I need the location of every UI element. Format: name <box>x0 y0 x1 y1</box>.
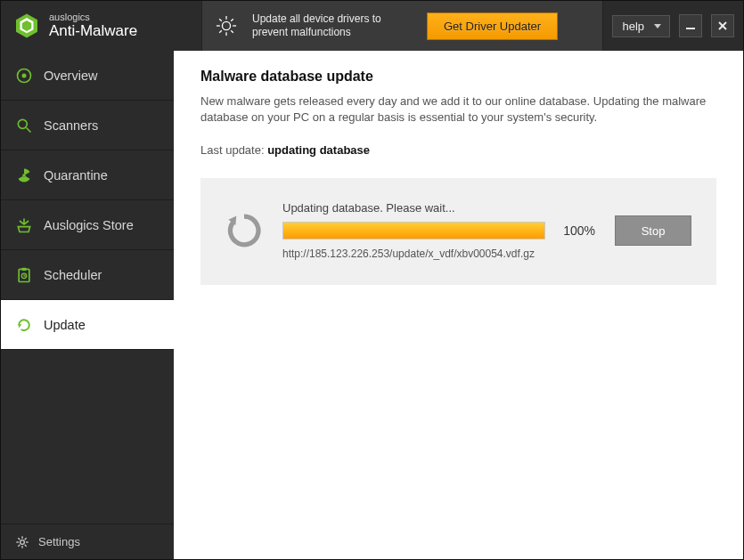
app-logo-icon <box>13 12 40 39</box>
promo-banner: Update all device drivers to prevent mal… <box>201 1 603 51</box>
spinner-icon <box>225 212 263 249</box>
radiation-icon <box>15 166 33 184</box>
gear-icon <box>15 535 29 549</box>
sidebar-item-store[interactable]: Auslogics Store <box>1 200 174 250</box>
svg-line-8 <box>219 19 222 21</box>
minimize-icon <box>685 20 696 31</box>
stop-button[interactable]: Stop <box>615 215 691 246</box>
main-panel: Malware database update New malware gets… <box>174 51 743 559</box>
last-update-value: updating database <box>267 143 370 157</box>
titlebar: auslogics Anti-Malware Update all device <box>1 1 743 51</box>
progress-status: Updating database. Please wait... <box>282 201 595 215</box>
sidebar-item-update[interactable]: Update <box>1 300 174 350</box>
clipboard-icon <box>15 266 33 284</box>
progress-percent: 100% <box>558 223 595 238</box>
sidebar-item-label: Update <box>44 318 86 332</box>
lightbulb-icon <box>215 14 238 37</box>
sidebar-item-scanners[interactable]: Scanners <box>1 101 174 150</box>
help-dropdown-label: help <box>622 20 644 33</box>
close-icon <box>717 20 728 31</box>
last-update-prefix: Last update: <box>200 143 267 157</box>
progress-url: http://185.123.226.253/update/x_vdf/xbv0… <box>282 248 595 260</box>
overview-icon <box>15 67 33 85</box>
settings-label: Settings <box>38 535 80 548</box>
svg-rect-12 <box>686 28 695 29</box>
svg-point-16 <box>22 73 27 77</box>
svg-line-11 <box>219 30 222 33</box>
sidebar-item-quarantine[interactable]: Quarantine <box>1 150 174 200</box>
progress-fill <box>283 223 544 239</box>
page-title: Malware database update <box>200 69 716 85</box>
minimize-button[interactable] <box>679 14 702 37</box>
svg-line-29 <box>18 538 20 540</box>
svg-line-10 <box>231 19 233 21</box>
magnifier-icon <box>15 117 33 134</box>
page-description: New malware gets released every day and … <box>200 93 716 126</box>
refresh-icon <box>15 316 33 334</box>
promo-text: Update all device drivers to prevent mal… <box>252 12 413 39</box>
svg-line-30 <box>25 544 27 546</box>
sidebar-item-label: Quarantine <box>44 168 108 183</box>
store-icon <box>15 216 33 234</box>
sidebar-item-label: Overview <box>44 69 97 83</box>
last-update-line: Last update: updating database <box>200 143 716 157</box>
sidebar-item-label: Auslogics Store <box>44 218 134 232</box>
svg-line-9 <box>231 30 233 33</box>
progress-bar <box>282 222 545 239</box>
settings-button[interactable]: Settings <box>1 523 174 559</box>
svg-rect-21 <box>22 267 27 270</box>
sidebar-item-label: Scheduler <box>44 268 102 282</box>
svg-point-17 <box>18 119 27 128</box>
progress-panel: Updating database. Please wait... 100% h… <box>200 178 716 285</box>
close-button[interactable] <box>711 14 734 37</box>
help-dropdown[interactable]: help <box>612 15 670 37</box>
brand: auslogics Anti-Malware <box>1 1 201 51</box>
svg-line-18 <box>27 127 31 132</box>
sidebar-item-overview[interactable]: Overview <box>1 51 174 101</box>
svg-point-24 <box>20 540 25 544</box>
sidebar: Overview Scanners Quar <box>1 51 174 559</box>
svg-point-3 <box>222 21 230 29</box>
svg-line-32 <box>18 544 20 546</box>
sidebar-item-label: Scanners <box>44 118 98 133</box>
brand-title: Anti-Malware <box>49 23 137 39</box>
svg-marker-23 <box>18 324 21 328</box>
sidebar-item-scheduler[interactable]: Scheduler <box>1 250 174 300</box>
svg-line-31 <box>25 538 27 540</box>
get-driver-updater-button[interactable]: Get Driver Updater <box>427 12 558 40</box>
